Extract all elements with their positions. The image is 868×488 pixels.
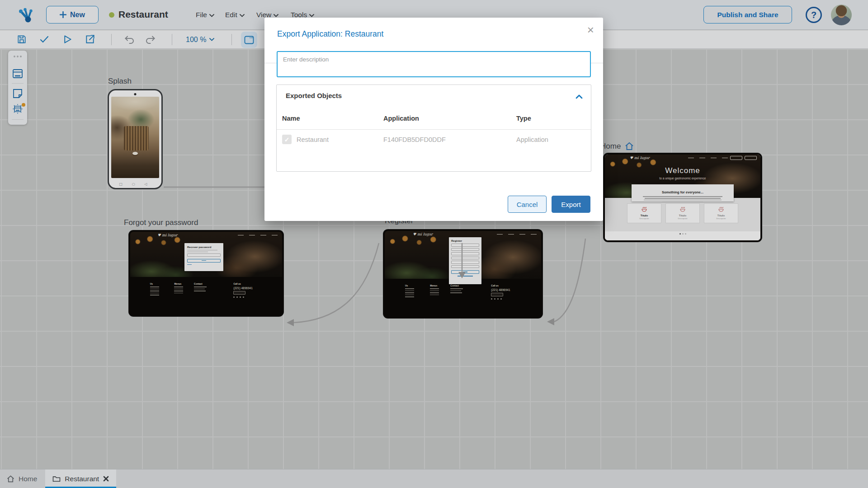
chevron-up-icon[interactable]	[576, 93, 583, 101]
table-header-divider	[277, 129, 591, 130]
exported-objects-title: Exported Objects	[286, 92, 342, 99]
dialog-title: Export Application: Restaurant	[277, 29, 383, 39]
app-window: New Restaurant File Edit View Tools Publ…	[0, 0, 868, 488]
dialog-actions: Cancel Export	[508, 196, 590, 213]
row-type: Application	[516, 136, 591, 143]
column-type: Type	[516, 115, 591, 122]
table-row: ✓ Restaurant F140FDB5DFD0DDF Application	[277, 135, 591, 144]
row-application-id: F140FDB5DFD0DDF	[383, 136, 516, 143]
cancel-button[interactable]: Cancel	[508, 196, 547, 213]
table-header-row: Name Application Type	[277, 115, 591, 122]
export-application-dialog: Export Application: Restaurant × Exporte…	[264, 18, 603, 221]
exported-objects-panel: Exported Objects Name Application Type ✓…	[276, 84, 591, 172]
close-icon[interactable]: ×	[587, 24, 594, 36]
export-button[interactable]: Export	[552, 196, 590, 213]
column-name: Name	[282, 115, 383, 122]
description-input[interactable]	[277, 51, 591, 77]
checkbox-checked[interactable]: ✓	[282, 135, 292, 144]
column-application: Application	[383, 115, 516, 122]
row-name: Restaurant	[297, 136, 329, 143]
